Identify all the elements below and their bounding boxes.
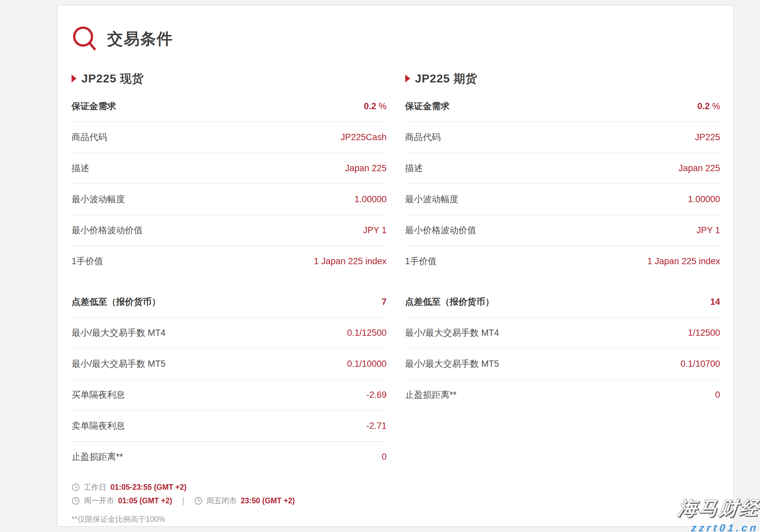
- trading-hours-line: 工作日 01:05-23:55 (GMT +2): [71, 482, 720, 492]
- row-group: 点差低至（报价货币）14最小/最大交易手数 MT41/12500最小/最大交易手…: [405, 287, 720, 410]
- table-row: 最小/最大交易手数 MT41/12500: [405, 317, 720, 349]
- trading-conditions-card: 交易条件 JP225 现货保证金需求0.2 %商品代码JP225Cash描述Ja…: [57, 5, 734, 527]
- clock-icon: [71, 483, 80, 491]
- workday-hours: 01:05-23:55 (GMT +2): [111, 482, 187, 492]
- row-value: 1 Japan 225 index: [314, 256, 387, 266]
- table-row: 描述Japan 225: [405, 153, 720, 184]
- row-label: 最小/最大交易手数 MT5: [405, 359, 499, 369]
- section-header-spot: JP225 现货: [71, 71, 387, 86]
- row-label: 买单隔夜利息: [71, 390, 125, 400]
- row-value: JPY 1: [363, 225, 387, 235]
- open-close-line: 周一开市 01:05 (GMT +2) | 周五闭市 23:50 (GMT +2…: [71, 496, 720, 506]
- row-value: 1.00000: [355, 194, 387, 205]
- section-title: JP225 现货: [81, 71, 144, 86]
- table-row: 保证金需求0.2 %: [405, 91, 720, 122]
- watermark: 海马财经 zzrt01.cn: [678, 496, 760, 532]
- row-group: 保证金需求0.2 %商品代码JP225描述Japan 225最小波动幅度1.00…: [405, 91, 720, 277]
- row-label: 最小/最大交易手数 MT4: [71, 328, 166, 338]
- row-label: 点差低至（报价货币）: [71, 297, 161, 307]
- row-value: 0: [381, 452, 386, 462]
- row-value: 0.1/10700: [681, 359, 720, 369]
- row-value: Japan 225: [345, 163, 386, 173]
- row-value: 0.1/10000: [347, 359, 386, 369]
- row-label: 最小波动幅度: [71, 194, 125, 205]
- separator: |: [182, 496, 184, 506]
- row-value: -2.69: [366, 390, 387, 400]
- row-label: 1手价值: [71, 256, 103, 266]
- table-row: 卖单隔夜利息-2.71: [71, 411, 387, 442]
- watermark-url: zzrt01.cn: [678, 522, 759, 532]
- columns-container: JP225 现货保证金需求0.2 %商品代码JP225Cash描述Japan 2…: [71, 66, 720, 472]
- triangle-marker-icon: [71, 74, 76, 82]
- row-value: Japan 225: [679, 163, 720, 173]
- table-row: 1手价值1 Japan 225 index: [405, 246, 720, 277]
- row-label: 止盈损距离**: [405, 390, 457, 400]
- row-label: 1手价值: [405, 256, 437, 266]
- table-row: 描述Japan 225: [71, 153, 387, 184]
- row-label: 商品代码: [405, 132, 441, 142]
- row-label: 保证金需求: [405, 101, 450, 112]
- row-value: -2.71: [366, 421, 387, 431]
- section-title: JP225 期货: [415, 71, 477, 86]
- table-row: 最小/最大交易手数 MT50.1/10000: [71, 349, 387, 380]
- table-row: 最小/最大交易手数 MT40.1/12500: [71, 317, 387, 349]
- row-value: 1.00000: [688, 194, 720, 205]
- row-label: 点差低至（报价货币）: [405, 297, 494, 307]
- row-group: 保证金需求0.2 %商品代码JP225Cash描述Japan 225最小波动幅度…: [71, 91, 387, 277]
- search-icon: [72, 26, 97, 52]
- row-value: 0.2 %: [697, 101, 720, 112]
- table-row: 商品代码JP225Cash: [71, 122, 387, 153]
- row-value: 1 Japan 225 index: [647, 256, 720, 266]
- row-label: 止盈损距离**: [71, 452, 123, 462]
- row-label: 描述: [405, 163, 423, 173]
- table-row: 止盈损距离**0: [405, 380, 720, 410]
- footnotes: 工作日 01:05-23:55 (GMT +2) 周一开市 01:05 (GMT…: [71, 482, 720, 524]
- table-row: 最小价格波动价值JPY 1: [405, 215, 720, 246]
- triangle-marker-icon: [405, 74, 410, 82]
- row-label: 最小波动幅度: [405, 194, 459, 205]
- value-unit: %: [710, 101, 720, 111]
- table-row: 点差低至（报价货币）14: [405, 287, 720, 317]
- column-spot: JP225 现货保证金需求0.2 %商品代码JP225Cash描述Japan 2…: [71, 66, 387, 472]
- row-label: 最小价格波动价值: [405, 225, 476, 235]
- row-label: 最小/最大交易手数 MT4: [405, 328, 499, 338]
- clock-icon: [194, 497, 203, 505]
- row-label: 卖单隔夜利息: [71, 421, 125, 431]
- table-row: 最小价格波动价值JPY 1: [71, 215, 387, 246]
- row-label: 最小/最大交易手数 MT5: [71, 359, 166, 369]
- table-row: 商品代码JP225: [405, 122, 720, 153]
- row-value: 0: [715, 390, 720, 400]
- value-unit: %: [376, 101, 387, 111]
- row-label: 商品代码: [71, 132, 107, 142]
- table-row: 保证金需求0.2 %: [71, 91, 387, 122]
- friday-close-label: 周五闭市: [207, 496, 237, 506]
- table-row: 止盈损距离**0: [71, 442, 387, 472]
- row-value: JP225Cash: [341, 132, 387, 142]
- monday-open-time: 01:05 (GMT +2): [118, 496, 172, 506]
- table-row: 最小/最大交易手数 MT50.1/10700: [405, 349, 720, 380]
- row-value: JPY 1: [696, 225, 720, 235]
- page-title: 交易条件: [107, 28, 173, 49]
- row-label: 保证金需求: [71, 101, 116, 112]
- column-futures: JP225 期货保证金需求0.2 %商品代码JP225描述Japan 225最小…: [405, 66, 720, 410]
- table-row: 最小波动幅度1.00000: [71, 184, 387, 215]
- clock-icon: [71, 497, 80, 505]
- table-row: 1手价值1 Japan 225 index: [71, 246, 387, 277]
- table-row: 点差低至（报价货币）7: [71, 287, 387, 317]
- row-value: 0.1/12500: [347, 328, 386, 338]
- row-value: 7: [381, 297, 386, 307]
- monday-open-label: 周一开市: [84, 496, 114, 506]
- table-row: 买单隔夜利息-2.69: [71, 380, 387, 411]
- row-label: 描述: [71, 163, 89, 173]
- watermark-brand: 海马财经: [677, 496, 760, 521]
- row-group: 点差低至（报价货币）7最小/最大交易手数 MT40.1/12500最小/最大交易…: [71, 287, 387, 472]
- table-row: 最小波动幅度1.00000: [405, 184, 720, 215]
- row-value: 1/12500: [688, 328, 720, 338]
- friday-close-time: 23:50 (GMT +2): [241, 496, 295, 506]
- row-label: 最小价格波动价值: [71, 225, 143, 235]
- section-header-futures: JP225 期货: [405, 71, 720, 86]
- row-value: 14: [710, 297, 720, 307]
- row-value: JP225: [695, 132, 720, 142]
- row-value: 0.2 %: [364, 101, 386, 112]
- page-title-row: 交易条件: [72, 26, 720, 52]
